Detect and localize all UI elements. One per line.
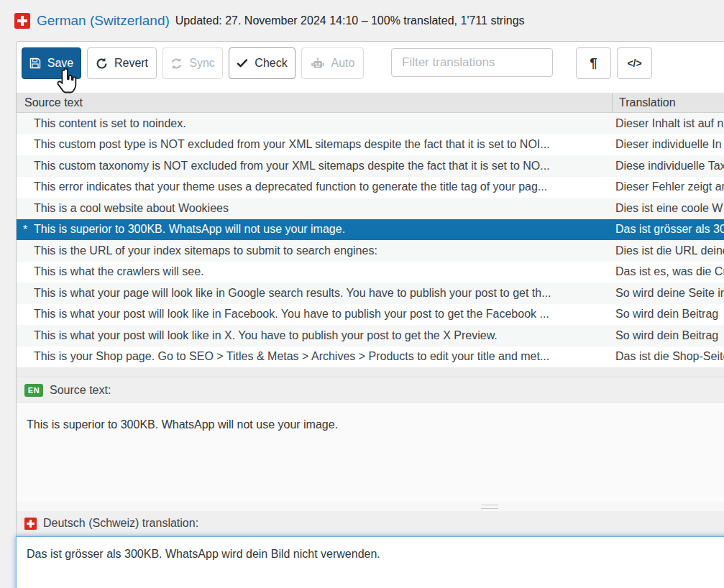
row-translation-text: Dieser Fehler zeigt an <box>613 180 724 193</box>
column-header-source: Source text <box>24 93 83 112</box>
row-translation-text: So wird dein Beitrag <box>613 308 724 321</box>
check-button-label: Check <box>255 57 287 70</box>
save-button-label: Save <box>47 57 73 70</box>
english-language-badge: EN <box>24 384 43 397</box>
revert-button[interactable]: Revert <box>87 47 157 79</box>
row-source-text: This is what your post will look like in… <box>34 329 613 342</box>
row-translation-text: Dieser Inhalt ist auf n <box>613 117 724 130</box>
row-source-text: This content is set to noindex. <box>34 117 613 130</box>
row-translation-text: Das ist es, was die Cr <box>613 265 724 278</box>
row-translation-text: So wird dein Beitrag <box>613 329 724 342</box>
revert-button-label: Revert <box>114 57 148 70</box>
table-row[interactable]: This is what the crawlers will see. Das … <box>17 262 724 283</box>
sync-button-label: Sync <box>189 57 215 70</box>
panel-resize-splitter[interactable] <box>17 502 724 511</box>
row-source-text: This is what the crawlers will see. <box>34 265 613 278</box>
column-header-translation: Translation <box>612 93 724 112</box>
row-translation-text: Dieser individuelle In <box>613 138 724 151</box>
row-source-text: This is what your page will look like in… <box>34 287 613 300</box>
code-view-button[interactable]: </> <box>617 47 652 79</box>
revert-icon <box>96 58 108 70</box>
save-button[interactable]: Save <box>22 47 81 79</box>
table-row[interactable]: This custom post type is NOT excluded fr… <box>17 134 724 156</box>
resize-grip-icon[interactable] <box>481 505 498 509</box>
filter-input[interactable] <box>391 48 553 77</box>
sync-icon <box>170 58 183 70</box>
source-panel-label: Source text: <box>50 384 111 397</box>
row-translation-text: Das ist die Shop-Seite <box>613 350 724 363</box>
swiss-flag-icon <box>14 13 30 29</box>
row-translation-text: Das ist grösser als 30 <box>613 223 724 236</box>
pilcrow-icon: ¶ <box>590 55 597 71</box>
translations-list: This content is set to noindex. Dieser I… <box>17 113 724 377</box>
row-translation-text: Dies ist die URL deine <box>613 244 724 257</box>
language-title-link[interactable]: German (Switzerland) <box>37 13 170 29</box>
sync-button: Sync <box>162 47 223 79</box>
table-row[interactable]: This error indicates that your theme use… <box>17 177 724 198</box>
check-icon <box>237 58 248 69</box>
source-text-view: This is superior to 300KB. WhatsApp will… <box>17 403 724 502</box>
auto-button: Auto <box>301 47 364 79</box>
row-source-text: This custom post type is NOT excluded fr… <box>34 138 613 151</box>
row-source-text: This is superior to 300KB. WhatsApp will… <box>34 223 613 236</box>
table-row[interactable]: This is the URL of your index sitemaps t… <box>17 240 724 262</box>
source-panel-header: EN Source text: <box>17 377 724 403</box>
table-row[interactable]: This custom taxonomy is NOT excluded fro… <box>17 155 724 177</box>
row-source-text: This is the URL of your index sitemaps t… <box>34 244 613 257</box>
page-header: German (Switzerland) Updated: 27. Novemb… <box>0 0 724 41</box>
table-row[interactable]: This is a cool website about Wookiees Di… <box>17 198 724 219</box>
row-translation-text: So wird deine Seite in <box>613 287 724 300</box>
table-row[interactable]: This content is set to noindex. Dieser I… <box>17 113 724 134</box>
code-icon: </> <box>627 58 641 69</box>
updated-status: Updated: 27. November 2024 14:10 – 100% … <box>175 14 525 27</box>
invisibles-toggle-button[interactable]: ¶ <box>576 47 611 79</box>
auto-button-label: Auto <box>331 57 355 70</box>
table-row[interactable]: This is what your page will look like in… <box>17 282 724 304</box>
editor-panel: Save Revert Sync Check Auto <box>16 41 724 588</box>
save-icon <box>29 58 41 69</box>
toolbar: Save Revert Sync Check Auto <box>17 42 724 93</box>
table-row[interactable]: This is what your post will look like in… <box>17 304 724 326</box>
row-translation-text: Diese individuelle Tax <box>613 160 724 173</box>
row-translation-text: Dies ist eine coole W <box>613 202 724 215</box>
swiss-flag-icon <box>24 518 37 530</box>
check-button[interactable]: Check <box>229 47 295 79</box>
modified-star-marker: * <box>17 219 34 240</box>
translation-editor-textarea[interactable]: Das ist grösser als 300KB. WhatsApp wird… <box>16 536 724 588</box>
row-source-text: This is your Shop page. Go to SEO > Titl… <box>34 350 613 363</box>
table-header: Source text Translation <box>17 93 724 113</box>
table-row[interactable]: This is what your post will look like in… <box>17 325 724 346</box>
row-source-text: This error indicates that your theme use… <box>34 180 613 193</box>
translation-panel-header: Deutsch (Schweiz) translation: <box>17 511 724 536</box>
row-source-text: This is a cool website about Wookiees <box>34 202 613 215</box>
table-row[interactable]: This is your Shop page. Go to SEO > Titl… <box>17 346 724 368</box>
row-source-text: This is what your post will look like in… <box>34 308 613 321</box>
translation-panel-label: Deutsch (Schweiz) translation: <box>43 517 198 530</box>
table-row[interactable]: * This is superior to 300KB. WhatsApp wi… <box>17 219 724 241</box>
row-source-text: This custom taxonomy is NOT excluded fro… <box>34 160 613 173</box>
robot-icon <box>311 58 325 69</box>
